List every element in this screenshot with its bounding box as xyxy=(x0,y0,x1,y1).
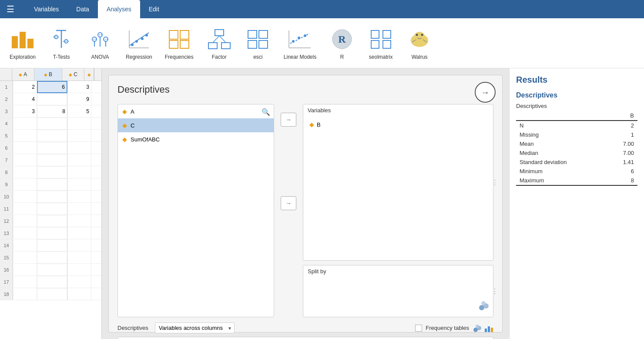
ss-cell-b[interactable] xyxy=(37,117,67,130)
ss-cell-b[interactable]: 6 xyxy=(37,81,67,93)
ss-cell-a[interactable]: 2 xyxy=(13,81,37,93)
ss-cell-a[interactable] xyxy=(13,252,37,264)
toolbar-regression[interactable]: Regression xyxy=(121,23,158,64)
ss-cell-b[interactable] xyxy=(37,264,67,276)
menu-data[interactable]: Data xyxy=(67,0,98,18)
ss-cell-c[interactable] xyxy=(67,227,91,239)
col-header-a[interactable]: ◆ A xyxy=(12,68,34,81)
toolbar-factor[interactable]: Factor xyxy=(201,23,238,64)
ss-cell-c[interactable] xyxy=(67,215,91,227)
ss-cell-a[interactable] xyxy=(13,191,37,203)
statistics-header[interactable]: ▶ Statistics xyxy=(118,337,493,339)
col-header-c[interactable]: ◆ C xyxy=(62,68,84,81)
ss-row[interactable]: 5 xyxy=(0,130,101,142)
ss-cell-c[interactable]: 5 xyxy=(67,105,91,117)
ss-row[interactable]: 6 xyxy=(0,142,101,154)
ss-cell-b[interactable] xyxy=(37,239,67,252)
menu-edit[interactable]: Edit xyxy=(140,0,168,18)
ss-cell-c[interactable] xyxy=(67,166,91,178)
ss-row[interactable]: 18 xyxy=(0,288,101,300)
ss-cell-c[interactable] xyxy=(67,239,91,252)
ss-cell-b[interactable] xyxy=(37,227,67,239)
ss-row[interactable]: 12 xyxy=(0,215,101,227)
ss-row[interactable]: 13 xyxy=(0,227,101,239)
ss-cell-b[interactable] xyxy=(37,203,67,215)
ss-cell-a[interactable] xyxy=(13,264,37,276)
ss-row[interactable]: 3385 xyxy=(0,105,101,117)
ss-cell-b[interactable]: 8 xyxy=(37,105,67,117)
ss-cell-c[interactable] xyxy=(67,191,91,203)
ss-cell-c[interactable] xyxy=(67,178,91,191)
ss-row[interactable]: 14 xyxy=(0,239,101,252)
toolbar-r[interactable]: R R xyxy=(324,23,360,64)
ss-row[interactable]: 4 xyxy=(0,117,101,130)
ss-cell-a[interactable] xyxy=(13,239,37,252)
ss-cell-a[interactable]: 3 xyxy=(13,105,37,117)
search-icon[interactable]: 🔍 xyxy=(262,108,270,116)
ss-cell-a[interactable] xyxy=(13,154,37,166)
menu-analyses[interactable]: Analyses xyxy=(98,0,140,18)
ss-cell-a[interactable] xyxy=(13,227,37,239)
ss-cell-a[interactable] xyxy=(13,166,37,178)
ss-cell-a[interactable] xyxy=(13,178,37,191)
ss-row[interactable]: 7 xyxy=(0,154,101,166)
ss-row[interactable]: 1263 xyxy=(0,81,101,93)
toolbar-anova[interactable]: ANOVA xyxy=(82,23,118,64)
ss-cell-b[interactable] xyxy=(37,252,67,264)
ss-cell-b[interactable] xyxy=(37,142,67,154)
toolbar-linear-models[interactable]: Linear Models xyxy=(278,23,322,64)
ss-cell-b[interactable] xyxy=(37,166,67,178)
ss-cell-a[interactable] xyxy=(13,276,37,288)
ss-cell-c[interactable] xyxy=(67,276,91,288)
ss-row[interactable]: 16 xyxy=(0,264,101,276)
ss-row[interactable]: 249 xyxy=(0,93,101,105)
desc-dropdown[interactable]: Variables across columns Variables acros… xyxy=(155,322,235,333)
variables-arrow-button[interactable]: → xyxy=(281,113,296,127)
var-item-sumofabc[interactable]: ◆ SumOfABC xyxy=(118,132,274,146)
ss-cell-c[interactable]: 3 xyxy=(67,81,91,93)
ss-cell-c[interactable] xyxy=(67,203,91,215)
var-item-c[interactable]: ◆ C xyxy=(118,118,274,132)
ss-cell-b[interactable] xyxy=(37,191,67,203)
ss-cell-c[interactable] xyxy=(67,142,91,154)
ss-row[interactable]: 15 xyxy=(0,252,101,264)
ss-cell-a[interactable] xyxy=(13,142,37,154)
hamburger-menu[interactable]: ☰ xyxy=(4,2,17,17)
ss-cell-a[interactable] xyxy=(13,117,37,130)
ss-cell-c[interactable] xyxy=(67,264,91,276)
ss-cell-a[interactable] xyxy=(13,288,37,300)
var-item-a[interactable]: ◆ A xyxy=(118,104,274,118)
ss-cell-c[interactable] xyxy=(67,117,91,130)
ss-cell-c[interactable] xyxy=(67,154,91,166)
toolbar-esci[interactable]: esci xyxy=(240,23,276,64)
ss-cell-a[interactable] xyxy=(13,203,37,215)
ss-cell-b[interactable] xyxy=(37,288,67,300)
ss-cell-c[interactable] xyxy=(67,130,91,142)
ss-row[interactable]: 17 xyxy=(0,276,101,288)
toolbar-exploration[interactable]: Exploration xyxy=(4,23,41,64)
ss-cell-b[interactable] xyxy=(37,93,67,105)
ss-cell-b[interactable] xyxy=(37,130,67,142)
toolbar-frequencies[interactable]: Frequencies xyxy=(160,23,199,64)
ss-cell-a[interactable] xyxy=(13,130,37,142)
ss-cell-b[interactable] xyxy=(37,215,67,227)
toolbar-seolmatrix[interactable]: seolmatrix xyxy=(362,23,399,64)
ss-cell-a[interactable]: 4 xyxy=(13,93,37,105)
toolbar-t-tests[interactable]: T-Tests xyxy=(43,23,80,64)
ss-row[interactable]: 8 xyxy=(0,166,101,178)
menu-variables[interactable]: Variables xyxy=(25,0,67,18)
ss-row[interactable]: 11 xyxy=(0,203,101,215)
col-header-b[interactable]: ◆ B xyxy=(34,68,63,81)
ss-cell-a[interactable] xyxy=(13,215,37,227)
ss-row[interactable]: 9 xyxy=(0,178,101,191)
ss-cell-b[interactable] xyxy=(37,178,67,191)
toolbar-walrus[interactable]: Walrus xyxy=(401,23,438,64)
frequency-checkbox[interactable] xyxy=(415,325,422,332)
splitby-arrow-button[interactable]: → xyxy=(281,196,296,210)
run-button[interactable]: → xyxy=(475,82,496,103)
ss-cell-c[interactable] xyxy=(67,252,91,264)
ss-row[interactable]: 10 xyxy=(0,191,101,203)
ss-cell-b[interactable] xyxy=(37,276,67,288)
ss-cell-c[interactable]: 9 xyxy=(67,93,91,105)
ss-cell-c[interactable] xyxy=(67,288,91,300)
